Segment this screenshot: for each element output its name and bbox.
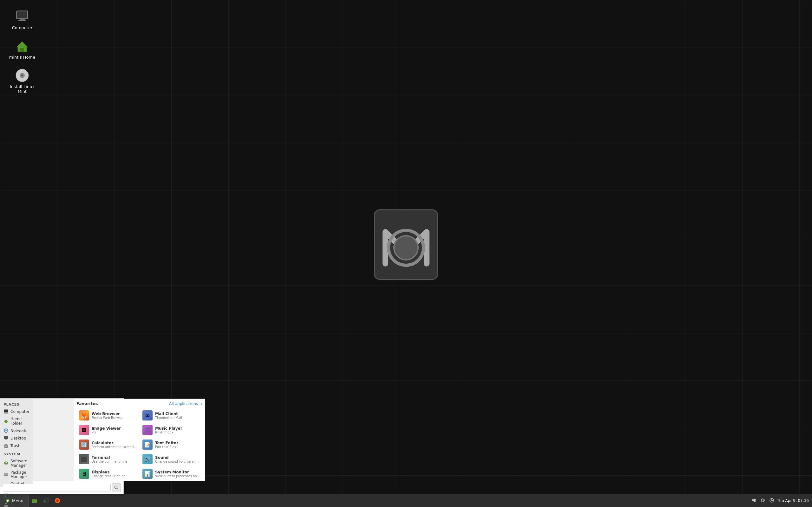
taskbar-firefox[interactable]: [52, 494, 63, 507]
fav-item-text-editor[interactable]: 📝 Text Editor Edit text files: [140, 438, 202, 452]
fav-desc-web-browser: Firefox Web Browser: [92, 416, 137, 419]
fav-desc-sound: Change sound volume an...: [155, 460, 200, 463]
desktop-icon-install[interactable]: Install Linux Mint: [6, 65, 38, 96]
fav-info-music-player: Music Player Rhythmbox: [155, 426, 200, 434]
fav-item-sound[interactable]: 🔊 Sound Change sound volume an...: [140, 452, 202, 466]
install-icon: [14, 68, 30, 83]
svg-rect-19: [4, 436, 8, 439]
fav-name-displays: Displays: [92, 470, 137, 474]
svg-text:🎵: 🎵: [144, 427, 151, 433]
favorites-panel: Favorites All applications → 🦊 Web Brows…: [74, 399, 205, 481]
fav-icon-terminal-fav: ⬛: [79, 454, 89, 464]
svg-point-70: [761, 499, 764, 502]
svg-rect-14: [4, 413, 8, 413]
svg-line-61: [117, 488, 118, 490]
svg-marker-28: [5, 462, 7, 464]
desktop-icon-home[interactable]: mint's Home: [6, 36, 38, 62]
svg-rect-24: [5, 444, 7, 445]
svg-text:🖥: 🖥: [82, 471, 87, 477]
desktop: Computer mint's Home Install Linux Mint: [0, 0, 812, 507]
fav-item-web-browser[interactable]: 🦊 Web Browser Firefox Web Browser: [77, 408, 139, 422]
computer-label: Computer: [12, 25, 33, 30]
computer-place-icon: [3, 409, 9, 414]
system-item-lockscreen[interactable]: Lock Screen: [0, 499, 33, 507]
place-item-desktop[interactable]: Desktop: [0, 435, 33, 442]
desktop-icon-computer[interactable]: Computer: [6, 6, 38, 33]
fav-desc-mail-client: Thunderbird Mail: [155, 416, 200, 419]
fav-name-calculator: Calculator: [92, 441, 137, 445]
taskbar-right: Thu Apr 9, 07:36: [747, 498, 812, 504]
favorites-title: Favorites: [77, 401, 98, 406]
terminal-sys-icon: $_: [3, 493, 9, 498]
fav-info-system-monitor: System Monitor View current processes an…: [155, 470, 200, 478]
fav-icon-web-browser: 🦊: [79, 410, 89, 420]
tray-network[interactable]: [759, 498, 767, 504]
fav-desc-system-monitor: View current processes an...: [155, 474, 200, 478]
svg-rect-13: [5, 412, 7, 413]
place-label-computer: Computer: [10, 409, 30, 414]
network-place-icon: [3, 428, 9, 433]
search-input[interactable]: [3, 484, 111, 492]
system-label-package: Package Manager: [10, 470, 30, 479]
computer-icon: [14, 9, 30, 24]
svg-text:🖼: 🖼: [82, 427, 87, 433]
tray-audio[interactable]: [750, 498, 758, 504]
place-item-trash[interactable]: Trash: [0, 442, 33, 450]
svg-point-36: [6, 506, 7, 507]
fav-icon-system-monitor: 📊: [142, 469, 153, 479]
svg-text:🦊: 🦊: [81, 412, 87, 418]
system-item-terminal[interactable]: $_ Terminal: [0, 492, 33, 499]
fav-item-mail-client[interactable]: ✉ Mail Client Thunderbird Mail: [140, 408, 202, 422]
fav-info-web-browser: Web Browser Firefox Web Browser: [92, 412, 137, 419]
fav-info-mail-client: Mail Client Thunderbird Mail: [155, 412, 200, 419]
home-folder-icon: [14, 38, 30, 54]
svg-text:🔊: 🔊: [144, 456, 151, 462]
svg-text:✉: ✉: [145, 412, 149, 418]
fav-desc-terminal-fav: Use the command line: [92, 460, 137, 463]
system-title: System: [0, 450, 33, 458]
place-item-computer[interactable]: Computer: [0, 408, 33, 415]
all-apps-link[interactable]: All applications →: [169, 401, 202, 406]
svg-rect-20: [5, 439, 7, 440]
fav-info-image-viewer: Image Viewer Pix: [92, 426, 137, 434]
trash-place-icon: [3, 443, 9, 448]
fav-item-displays[interactable]: 🖥 Displays Change resolution po...: [77, 467, 139, 481]
tray-update[interactable]: [768, 498, 775, 504]
fav-name-sound: Sound: [155, 455, 200, 460]
svg-rect-6: [18, 20, 26, 21]
svg-rect-29: [4, 473, 8, 476]
fav-item-music-player[interactable]: 🎵 Music Player Rhythmbox: [140, 423, 202, 437]
package-manager-icon: [3, 472, 9, 477]
lock-screen-icon: [3, 503, 9, 507]
fav-icon-text-editor: 📝: [142, 440, 153, 450]
svg-text:🔢: 🔢: [81, 442, 87, 448]
fav-info-terminal-fav: Terminal Use the command line: [92, 455, 137, 463]
taskbar-terminal[interactable]: $: [40, 494, 52, 507]
system-item-software[interactable]: Software Manager: [0, 458, 33, 469]
install-label: Install Linux Mint: [9, 84, 36, 94]
taskbar: Menu $: [0, 494, 812, 507]
fav-item-calculator[interactable]: 🔢 Calculator Perform arithmetic, scienti…: [77, 438, 139, 452]
place-label-network: Network: [10, 429, 26, 433]
places-title: Places: [0, 401, 33, 408]
favorites-grid: 🦊 Web Browser Firefox Web Browser ✉ Mail…: [77, 408, 203, 481]
system-label-software: Software Manager: [10, 459, 30, 468]
place-label-desktop: Desktop: [10, 436, 26, 441]
fav-icon-image-viewer: 🖼: [79, 425, 89, 435]
place-item-home[interactable]: Home Folder: [0, 415, 33, 427]
fav-item-terminal-fav[interactable]: ⬛ Terminal Use the command line: [77, 452, 139, 466]
fav-name-image-viewer: Image Viewer: [92, 426, 137, 431]
home-place-icon: [3, 418, 9, 424]
fav-desc-image-viewer: Pix: [92, 431, 137, 434]
place-label-trash: Trash: [10, 444, 20, 448]
fav-item-system-monitor[interactable]: 📊 System Monitor View current processes …: [140, 467, 202, 481]
fav-name-music-player: Music Player: [155, 426, 200, 431]
place-item-network[interactable]: Network: [0, 427, 33, 435]
svg-text:📊: 📊: [144, 471, 151, 477]
svg-text:$: $: [44, 500, 45, 502]
search-button[interactable]: [112, 483, 121, 492]
system-item-package[interactable]: Package Manager: [0, 469, 33, 481]
svg-rect-4: [17, 11, 27, 18]
fav-item-image-viewer[interactable]: 🖼 Image Viewer Pix: [77, 423, 139, 437]
fav-icon-sound: 🔊: [142, 454, 153, 464]
